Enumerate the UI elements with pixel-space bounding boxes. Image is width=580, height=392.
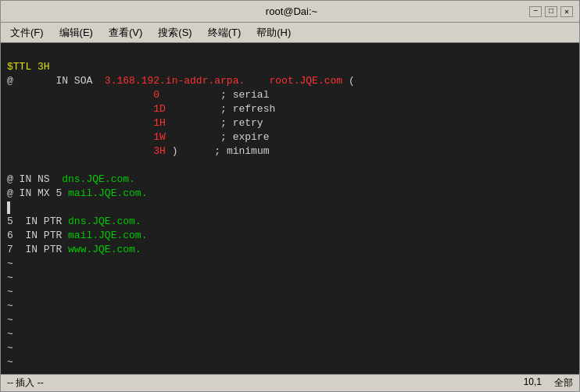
menu-terminal[interactable]: 终端(T) [202, 24, 248, 41]
window-controls: − □ ✕ [529, 6, 573, 17]
window-title: root@Dai:~ [54, 5, 529, 17]
status-right: 10,1 全部 [524, 376, 573, 390]
scroll-position: 全部 [554, 376, 573, 390]
menu-view[interactable]: 查看(V) [102, 24, 149, 41]
terminal-window: root@Dai:~ − □ ✕ 文件(F) 编辑(E) 查看(V) 搜索(S)… [0, 0, 580, 392]
maximize-button[interactable]: □ [545, 6, 557, 17]
minimize-button[interactable]: − [529, 6, 542, 17]
menu-search[interactable]: 搜索(S) [152, 24, 198, 41]
menu-edit[interactable]: 编辑(E) [53, 24, 99, 41]
menu-help[interactable]: 帮助(H) [250, 24, 297, 41]
menu-bar: 文件(F) 编辑(E) 查看(V) 搜索(S) 终端(T) 帮助(H) [1, 23, 579, 43]
status-bar: -- 插入 -- 10,1 全部 [1, 374, 579, 391]
editor-content: $TTL 3H @ IN SOA 3.168.192.in-addr.arpa.… [7, 46, 573, 374]
editor-area[interactable]: $TTL 3H @ IN SOA 3.168.192.in-addr.arpa.… [1, 43, 579, 374]
editor-mode: -- 插入 -- [7, 376, 44, 390]
close-button[interactable]: ✕ [560, 6, 573, 17]
cursor-position: 10,1 [524, 376, 542, 390]
menu-file[interactable]: 文件(F) [4, 24, 50, 41]
title-bar: root@Dai:~ − □ ✕ [1, 1, 579, 23]
